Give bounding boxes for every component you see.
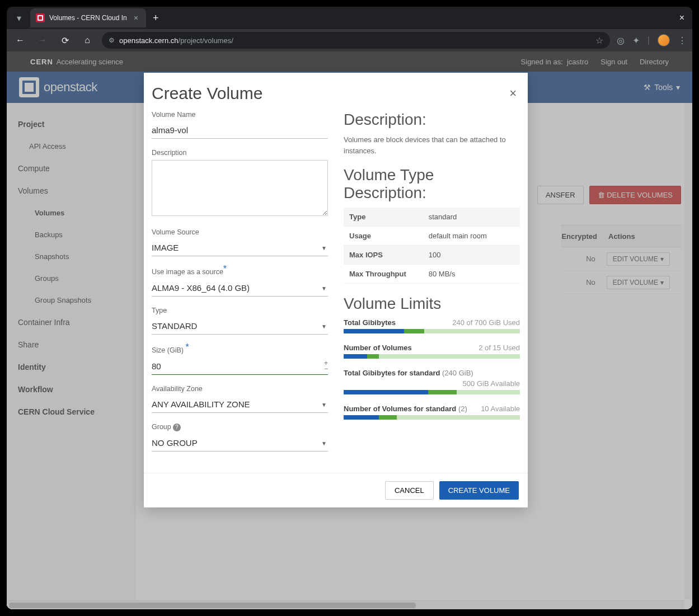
help-icon[interactable]: ?	[173, 424, 181, 431]
volume-name-input[interactable]	[152, 122, 328, 139]
tab-title: Volumes - CERN Cloud In	[49, 14, 127, 22]
volume-limits-heading: Volume Limits	[344, 295, 520, 313]
browser-menu-icon[interactable]: ⋮	[678, 35, 687, 46]
close-icon[interactable]: ×	[509, 86, 517, 101]
new-tab-button[interactable]: +	[146, 12, 166, 24]
description-heading: Description:	[344, 111, 520, 129]
az-label: Availability Zone	[152, 385, 328, 393]
site-info-icon[interactable]: ⚙	[109, 36, 115, 44]
limit-total-gib: Total Gibibytes240 of 700 GiB Used	[344, 318, 520, 333]
openstack-favicon-icon	[36, 13, 45, 22]
size-input[interactable]	[152, 358, 328, 375]
tabs-dropdown-button[interactable]: ▾	[11, 10, 27, 26]
lens-icon[interactable]: ◎	[617, 35, 625, 46]
size-label: Size (GiB) *	[152, 345, 328, 355]
limit-num-volumes: Number of Volumes2 of 15 Used	[344, 344, 520, 359]
forward-button[interactable]: →	[35, 32, 50, 48]
volume-name-label: Volume Name	[152, 111, 328, 119]
url-field[interactable]: ⚙ openstack.cern.ch/project/volumes/ ☆	[102, 32, 610, 49]
bookmark-icon[interactable]: ☆	[595, 35, 603, 46]
tab-bar: ▾ Volumes - CERN Cloud In × + ×	[7, 7, 692, 29]
group-label: Group?	[152, 423, 328, 431]
description-textarea[interactable]	[152, 160, 328, 216]
volume-type-desc-heading: Volume Type Description:	[344, 166, 520, 202]
reload-button[interactable]: ⟳	[57, 32, 73, 48]
create-volume-button[interactable]: CREATE VOLUME	[439, 481, 519, 500]
back-button[interactable]: ←	[12, 32, 28, 48]
profile-avatar-icon[interactable]	[658, 34, 670, 46]
use-image-select[interactable]: ALMA9 - X86_64 (4.0 GB)	[152, 280, 328, 297]
group-select[interactable]: NO GROUP	[152, 435, 328, 452]
type-label: Type	[152, 307, 328, 314]
extensions-icon[interactable]: ✦	[632, 35, 640, 46]
limit-total-gib-std: Total Gibibytes for standard (240 GiB) 5…	[344, 369, 520, 394]
close-window-icon[interactable]: ×	[672, 13, 692, 23]
az-select[interactable]: ANY AVAILABILITY ZONE	[152, 396, 328, 413]
volume-source-label: Volume Source	[152, 228, 328, 236]
description-text: Volumes are block devices that can be at…	[344, 134, 520, 156]
url-text: openstack.cern.ch/project/volumes/	[119, 36, 233, 45]
size-stepper[interactable]: +−	[324, 360, 328, 372]
home-button[interactable]: ⌂	[79, 32, 95, 48]
modal-title: Create Volume	[152, 84, 262, 103]
volume-source-select[interactable]: IMAGE	[152, 239, 328, 256]
close-tab-icon[interactable]: ×	[132, 12, 140, 23]
description-label: Description	[152, 149, 328, 157]
cancel-button[interactable]: CANCEL	[385, 481, 434, 500]
volume-type-table: Typestandard Usagedefault main room Max …	[344, 208, 520, 284]
create-volume-modal: Create Volume × Volume Name Description …	[144, 73, 528, 507]
use-image-label: Use image as a source*	[152, 266, 328, 276]
type-select[interactable]: STANDARD	[152, 318, 328, 335]
limit-num-volumes-std: Number of Volumes for standard (2)10 Ava…	[344, 405, 520, 420]
address-bar: ← → ⟳ ⌂ ⚙ openstack.cern.ch/project/volu…	[7, 29, 692, 51]
browser-tab[interactable]: Volumes - CERN Cloud In ×	[30, 8, 146, 27]
